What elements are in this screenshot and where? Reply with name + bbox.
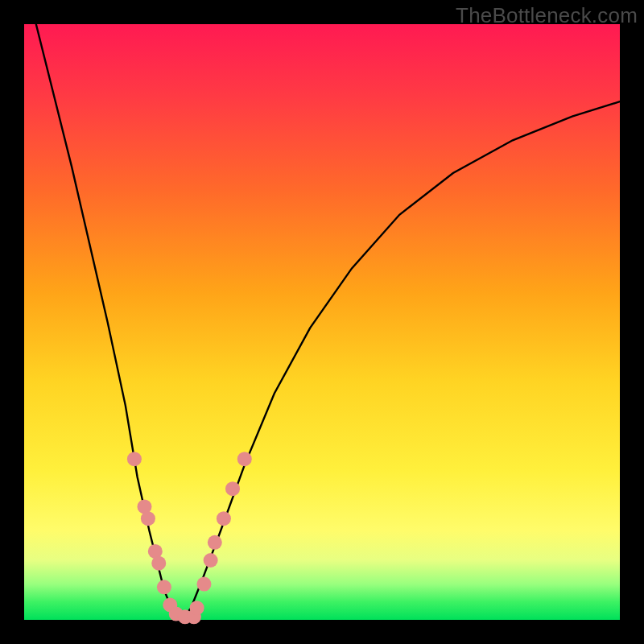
marker-dot (190, 601, 204, 615)
curve-right-branch (182, 101, 620, 620)
marker-dot (225, 481, 240, 496)
marker-dot (141, 511, 155, 526)
marker-dot (237, 452, 252, 466)
curve-left-branch (36, 24, 182, 620)
outer-frame: TheBottleneck.com (0, 0, 644, 644)
marker-dot (204, 553, 218, 568)
marker-dot (196, 577, 211, 592)
watermark-text: TheBottleneck.com (456, 3, 638, 28)
plot-area (24, 24, 620, 620)
marker-group (127, 452, 252, 624)
marker-dot (157, 580, 171, 594)
marker-dot (217, 511, 231, 526)
curve-layer (24, 24, 620, 620)
marker-dot (127, 452, 142, 466)
series-group (36, 24, 620, 620)
marker-dot (151, 556, 166, 571)
marker-dot (208, 535, 222, 550)
